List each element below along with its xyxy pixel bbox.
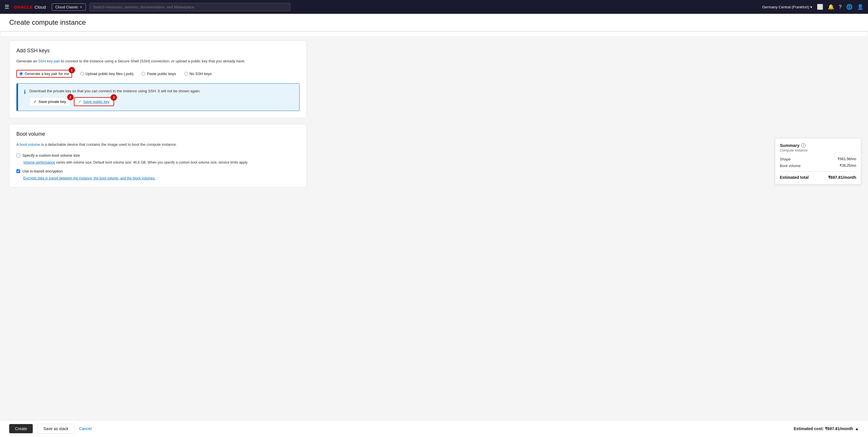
custom-boot-label: Specify a custom boot volume size xyxy=(22,153,80,157)
search-input[interactable] xyxy=(89,3,290,11)
radio-upload-pubkey[interactable]: Upload public key files (.pub) xyxy=(80,71,133,76)
ssh-radio-group: 1 Generate a key pair for me Upload publ… xyxy=(17,70,300,78)
bottom-action-bar: Create Save as stack Cancel Estimated co… xyxy=(0,420,868,437)
terminal-icon[interactable]: ⬜ xyxy=(817,4,823,10)
shape-label: Shape xyxy=(780,157,791,161)
page-title: Create compute instance xyxy=(9,19,859,26)
chevron-down-icon: ▾ xyxy=(810,5,812,9)
ssh-desc-start: Generate an xyxy=(17,59,38,63)
step-badge-3: 3 xyxy=(111,94,117,100)
help-icon[interactable]: ? xyxy=(839,4,842,10)
radio-upload-input[interactable] xyxy=(80,72,84,76)
boot-volume-link[interactable]: boot volume xyxy=(20,142,40,147)
volume-perf-desc: Volume performance varies with volume si… xyxy=(23,161,248,165)
estimated-cost: Estimated cost: ₹697.81/month ▲ xyxy=(794,426,859,431)
ssh-key-pair-link[interactable]: SSH key pair xyxy=(38,59,60,63)
oracle-text: ORACLE xyxy=(14,5,33,9)
radio-paste-pubkeys[interactable]: Paste public keys xyxy=(142,71,176,76)
chevron-up-icon[interactable]: ▲ xyxy=(855,426,859,431)
save-private-key-button[interactable]: 2 ✓ Save private key xyxy=(29,97,70,106)
radio-generate-label: Generate a key pair for me xyxy=(25,71,69,76)
radio-paste-label: Paste public keys xyxy=(147,71,176,76)
info-message: Download the private key so that you can… xyxy=(29,88,200,94)
language-icon[interactable]: 🌐 xyxy=(846,4,852,10)
custom-boot-size-row: Specify a custom boot volume size xyxy=(17,153,300,157)
save-public-label: Save public key xyxy=(83,99,110,104)
custom-boot-checkbox[interactable] xyxy=(17,153,20,157)
cost-label: Estimated cost: ₹697.81/month xyxy=(794,426,854,431)
bell-icon[interactable]: 🔔 xyxy=(828,4,834,10)
region-selector[interactable]: Germany Central (Frankfurt) ▾ xyxy=(762,5,812,9)
cloud-text: Cloud xyxy=(34,5,46,9)
page-header: Create compute instance xyxy=(0,14,868,31)
oracle-logo: ORACLE Cloud xyxy=(14,5,46,9)
transit-encryption-label: Use in-transit encryption xyxy=(22,169,63,173)
boot-label: Boot volume xyxy=(780,164,801,168)
region-label: Germany Central (Frankfurt) xyxy=(762,5,809,9)
radio-paste-input[interactable] xyxy=(142,72,145,76)
nav-right-icons: Germany Central (Frankfurt) ▾ ⬜ 🔔 ? 🌐 👤 xyxy=(762,4,863,10)
radio-upload-label: Upload public key files (.pub) xyxy=(86,71,133,76)
summary-subtitle: Compute instance xyxy=(780,148,856,152)
main-content: Add SSH keys Generate an SSH key pair to… xyxy=(0,40,316,216)
summary-header: Summary i xyxy=(780,143,856,148)
info-content: Download the private key so that you can… xyxy=(29,88,200,106)
boot-section-desc: A boot volume is a detachable device tha… xyxy=(17,142,300,147)
summary-divider xyxy=(780,171,856,172)
boot-desc-start: A xyxy=(17,142,20,147)
transit-encryption-row: Use in-transit encryption xyxy=(17,169,300,173)
hamburger-menu[interactable]: ☰ xyxy=(5,4,9,10)
radio-generate-input[interactable] xyxy=(19,72,23,76)
ssh-keys-section: Add SSH keys Generate an SSH key pair to… xyxy=(9,40,307,118)
save-private-label: Save private key xyxy=(38,99,66,104)
radio-no-ssh-label: No SSH keys xyxy=(190,71,212,76)
cancel-button[interactable]: Cancel xyxy=(79,426,92,431)
boot-desc-end: is a detachable device that contains the… xyxy=(40,142,177,147)
save-as-stack-button[interactable]: Save as stack xyxy=(37,424,74,434)
encrypt-link[interactable]: Encrypts data in transit between the ins… xyxy=(23,176,155,180)
scroll-indicator xyxy=(0,31,868,36)
info-actions: 2 ✓ Save private key 3 ✓ Save public key xyxy=(29,97,200,106)
summary-total-row: Estimated total ₹697.81/month xyxy=(780,175,856,180)
radio-no-ssh-input[interactable] xyxy=(184,72,188,76)
total-label: Estimated total xyxy=(780,175,809,180)
ssh-section-desc: Generate an SSH key pair to connect to t… xyxy=(17,58,300,64)
summary-boot-row: Boot volume ₹36.25/mo xyxy=(780,164,856,168)
create-button[interactable]: Create xyxy=(9,424,33,433)
cloud-classic-button[interactable]: Cloud Classic > xyxy=(52,3,86,11)
ssh-info-box: ℹ Download the private key so that you c… xyxy=(17,83,300,111)
info-circle-icon: ℹ xyxy=(24,89,26,95)
boot-volume-section: Boot volume A boot volume is a detachabl… xyxy=(9,124,307,187)
user-avatar[interactable]: 👤 xyxy=(857,4,863,10)
summary-panel: Summary i Compute instance Shape ₹661.56… xyxy=(775,138,861,184)
volume-performance-link[interactable]: Volume performance xyxy=(23,161,55,165)
checkmark-icon: ✓ xyxy=(34,99,37,104)
volume-perf-text: varies with volume size. Default boot vo… xyxy=(56,161,248,165)
radio-no-ssh[interactable]: No SSH keys xyxy=(184,71,212,76)
transit-encryption-checkbox[interactable] xyxy=(17,169,20,173)
step-badge-2: 2 xyxy=(67,94,73,100)
boot-section-title: Boot volume xyxy=(17,131,300,137)
summary-shape-row: Shape ₹661.56/mo xyxy=(780,157,856,161)
cloud-classic-label: Cloud Classic xyxy=(56,5,78,9)
ssh-section-title: Add SSH keys xyxy=(17,48,300,54)
chevron-right-icon: > xyxy=(80,5,82,9)
ssh-desc-end: to connect to the instance using a Secur… xyxy=(60,59,245,63)
top-navigation: ☰ ORACLE Cloud Cloud Classic > Germany C… xyxy=(0,0,868,14)
summary-title: Summary xyxy=(780,143,799,148)
step-badge-1: 1 xyxy=(69,67,75,73)
checkmark-public-icon: ✓ xyxy=(79,99,82,104)
boot-value: ₹36.25/mo xyxy=(840,164,856,168)
shape-value: ₹661.56/mo xyxy=(838,157,856,161)
radio-generate-keypair[interactable]: 1 Generate a key pair for me xyxy=(17,70,72,78)
save-public-key-button[interactable]: 3 ✓ Save public key xyxy=(74,97,114,106)
total-value: ₹697.81/month xyxy=(828,175,856,180)
summary-info-icon[interactable]: i xyxy=(801,143,806,148)
